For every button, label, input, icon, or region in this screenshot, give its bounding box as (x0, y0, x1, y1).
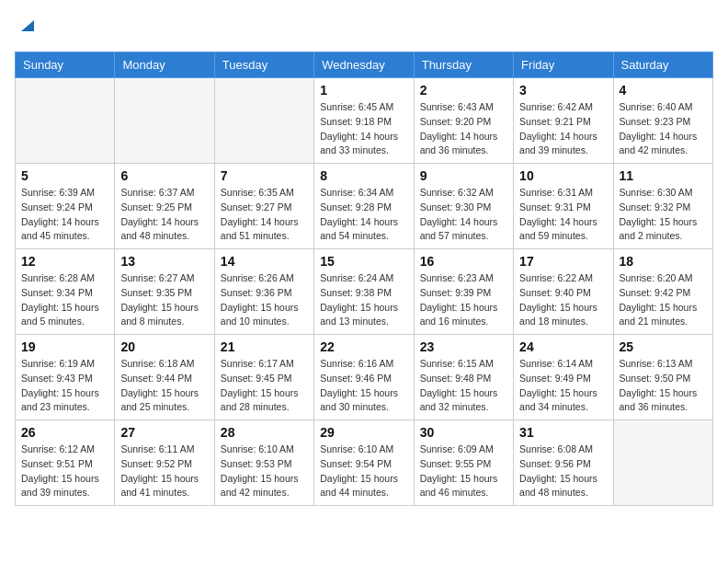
day-info: Sunrise: 6:26 AMSunset: 9:36 PMDaylight:… (221, 271, 308, 329)
calendar-cell (214, 78, 313, 164)
day-info: Sunrise: 6:18 AMSunset: 9:44 PMDaylight:… (120, 357, 208, 415)
day-info: Sunrise: 6:39 AMSunset: 9:24 PMDaylight:… (21, 186, 108, 244)
day-number: 19 (21, 339, 108, 354)
calendar-cell: 14Sunrise: 6:26 AMSunset: 9:36 PMDayligh… (214, 249, 313, 335)
day-number: 28 (221, 425, 308, 440)
calendar-cell: 7Sunrise: 6:35 AMSunset: 9:27 PMDaylight… (214, 164, 313, 249)
day-number: 2 (420, 83, 507, 98)
day-info: Sunrise: 6:23 AMSunset: 9:39 PMDaylight:… (420, 271, 507, 329)
day-info: Sunrise: 6:09 AMSunset: 9:55 PMDaylight:… (420, 442, 507, 500)
day-number: 13 (120, 254, 208, 269)
calendar-cell: 24Sunrise: 6:14 AMSunset: 9:49 PMDayligh… (514, 335, 613, 420)
day-info: Sunrise: 6:34 AMSunset: 9:28 PMDaylight:… (320, 186, 407, 244)
calendar-cell: 6Sunrise: 6:37 AMSunset: 9:25 PMDaylight… (115, 164, 214, 249)
calendar-cell: 25Sunrise: 6:13 AMSunset: 9:50 PMDayligh… (613, 335, 712, 420)
day-info: Sunrise: 6:13 AMSunset: 9:50 PMDaylight:… (620, 357, 707, 415)
calendar-day-header: Thursday (414, 52, 513, 78)
calendar-cell: 22Sunrise: 6:16 AMSunset: 9:46 PMDayligh… (314, 335, 414, 420)
day-number: 31 (519, 425, 607, 440)
day-number: 10 (519, 168, 607, 183)
day-number: 8 (320, 168, 407, 183)
calendar-day-header: Sunday (16, 52, 115, 78)
day-number: 18 (620, 254, 707, 269)
calendar-cell: 8Sunrise: 6:34 AMSunset: 9:28 PMDaylight… (314, 164, 414, 249)
calendar-cell: 26Sunrise: 6:12 AMSunset: 9:51 PMDayligh… (16, 420, 115, 506)
calendar-cell: 31Sunrise: 6:08 AMSunset: 9:56 PMDayligh… (514, 420, 613, 506)
day-number: 11 (620, 168, 707, 183)
day-info: Sunrise: 6:28 AMSunset: 9:34 PMDaylight:… (21, 271, 108, 329)
calendar-cell: 11Sunrise: 6:30 AMSunset: 9:32 PMDayligh… (613, 164, 712, 249)
day-info: Sunrise: 6:17 AMSunset: 9:45 PMDaylight:… (221, 357, 308, 415)
calendar-week-row: 1Sunrise: 6:45 AMSunset: 9:18 PMDaylight… (16, 78, 713, 164)
calendar-day-header: Wednesday (314, 52, 414, 78)
day-info: Sunrise: 6:14 AMSunset: 9:49 PMDaylight:… (519, 357, 607, 415)
day-number: 14 (221, 254, 308, 269)
day-number: 23 (420, 339, 507, 354)
calendar-cell: 5Sunrise: 6:39 AMSunset: 9:24 PMDaylight… (16, 164, 115, 249)
page-header (15, 15, 713, 40)
calendar-cell: 4Sunrise: 6:40 AMSunset: 9:23 PMDaylight… (613, 78, 712, 164)
day-number: 16 (420, 254, 507, 269)
calendar-week-row: 5Sunrise: 6:39 AMSunset: 9:24 PMDaylight… (16, 164, 713, 249)
calendar-cell (613, 420, 712, 506)
day-number: 21 (221, 339, 308, 354)
calendar-cell (115, 78, 214, 164)
calendar-week-row: 26Sunrise: 6:12 AMSunset: 9:51 PMDayligh… (16, 420, 713, 506)
day-number: 20 (120, 339, 208, 354)
calendar-cell (16, 78, 115, 164)
day-number: 5 (21, 168, 108, 183)
day-number: 6 (120, 168, 208, 183)
day-number: 12 (21, 254, 108, 269)
calendar-cell: 12Sunrise: 6:28 AMSunset: 9:34 PMDayligh… (16, 249, 115, 335)
day-info: Sunrise: 6:10 AMSunset: 9:53 PMDaylight:… (221, 442, 308, 500)
day-number: 17 (519, 254, 607, 269)
day-number: 29 (320, 425, 407, 440)
day-info: Sunrise: 6:32 AMSunset: 9:30 PMDaylight:… (420, 186, 507, 244)
day-number: 15 (320, 254, 407, 269)
logo (15, 15, 34, 40)
day-number: 27 (120, 425, 208, 440)
day-info: Sunrise: 6:35 AMSunset: 9:27 PMDaylight:… (221, 186, 308, 244)
day-number: 24 (519, 339, 607, 354)
calendar-cell: 18Sunrise: 6:20 AMSunset: 9:42 PMDayligh… (613, 249, 712, 335)
day-info: Sunrise: 6:30 AMSunset: 9:32 PMDaylight:… (620, 186, 707, 244)
calendar-cell: 2Sunrise: 6:43 AMSunset: 9:20 PMDaylight… (414, 78, 513, 164)
calendar-cell: 21Sunrise: 6:17 AMSunset: 9:45 PMDayligh… (214, 335, 313, 420)
calendar-cell: 28Sunrise: 6:10 AMSunset: 9:53 PMDayligh… (214, 420, 313, 506)
day-number: 26 (21, 425, 108, 440)
day-info: Sunrise: 6:37 AMSunset: 9:25 PMDaylight:… (120, 186, 208, 244)
day-info: Sunrise: 6:45 AMSunset: 9:18 PMDaylight:… (320, 100, 407, 158)
day-info: Sunrise: 6:15 AMSunset: 9:48 PMDaylight:… (420, 357, 507, 415)
day-number: 1 (320, 83, 407, 98)
calendar-cell: 15Sunrise: 6:24 AMSunset: 9:38 PMDayligh… (314, 249, 414, 335)
calendar-cell: 17Sunrise: 6:22 AMSunset: 9:40 PMDayligh… (514, 249, 613, 335)
day-info: Sunrise: 6:11 AMSunset: 9:52 PMDaylight:… (120, 442, 208, 500)
calendar-cell: 19Sunrise: 6:19 AMSunset: 9:43 PMDayligh… (16, 335, 115, 420)
logo-icon (17, 17, 34, 33)
calendar-cell: 9Sunrise: 6:32 AMSunset: 9:30 PMDaylight… (414, 164, 513, 249)
calendar-day-header: Monday (115, 52, 214, 78)
day-info: Sunrise: 6:12 AMSunset: 9:51 PMDaylight:… (21, 442, 108, 500)
day-info: Sunrise: 6:40 AMSunset: 9:23 PMDaylight:… (620, 100, 707, 158)
day-info: Sunrise: 6:22 AMSunset: 9:40 PMDaylight:… (519, 271, 607, 329)
day-number: 22 (320, 339, 407, 354)
day-number: 3 (519, 83, 607, 98)
day-info: Sunrise: 6:08 AMSunset: 9:56 PMDaylight:… (519, 442, 607, 500)
calendar-cell: 3Sunrise: 6:42 AMSunset: 9:21 PMDaylight… (514, 78, 613, 164)
day-info: Sunrise: 6:43 AMSunset: 9:20 PMDaylight:… (420, 100, 507, 158)
day-info: Sunrise: 6:20 AMSunset: 9:42 PMDaylight:… (620, 271, 707, 329)
day-info: Sunrise: 6:24 AMSunset: 9:38 PMDaylight:… (320, 271, 407, 329)
day-info: Sunrise: 6:16 AMSunset: 9:46 PMDaylight:… (320, 357, 407, 415)
calendar-cell: 10Sunrise: 6:31 AMSunset: 9:31 PMDayligh… (514, 164, 613, 249)
calendar-cell: 1Sunrise: 6:45 AMSunset: 9:18 PMDaylight… (314, 78, 414, 164)
calendar-week-row: 12Sunrise: 6:28 AMSunset: 9:34 PMDayligh… (16, 249, 713, 335)
day-info: Sunrise: 6:31 AMSunset: 9:31 PMDaylight:… (519, 186, 607, 244)
day-info: Sunrise: 6:19 AMSunset: 9:43 PMDaylight:… (21, 357, 108, 415)
calendar-day-header: Saturday (613, 52, 712, 78)
calendar-cell: 29Sunrise: 6:10 AMSunset: 9:54 PMDayligh… (314, 420, 414, 506)
calendar-cell: 13Sunrise: 6:27 AMSunset: 9:35 PMDayligh… (115, 249, 214, 335)
day-info: Sunrise: 6:10 AMSunset: 9:54 PMDaylight:… (320, 442, 407, 500)
calendar-table: SundayMondayTuesdayWednesdayThursdayFrid… (15, 52, 713, 506)
calendar-header-row: SundayMondayTuesdayWednesdayThursdayFrid… (16, 52, 713, 78)
calendar-day-header: Friday (514, 52, 613, 78)
